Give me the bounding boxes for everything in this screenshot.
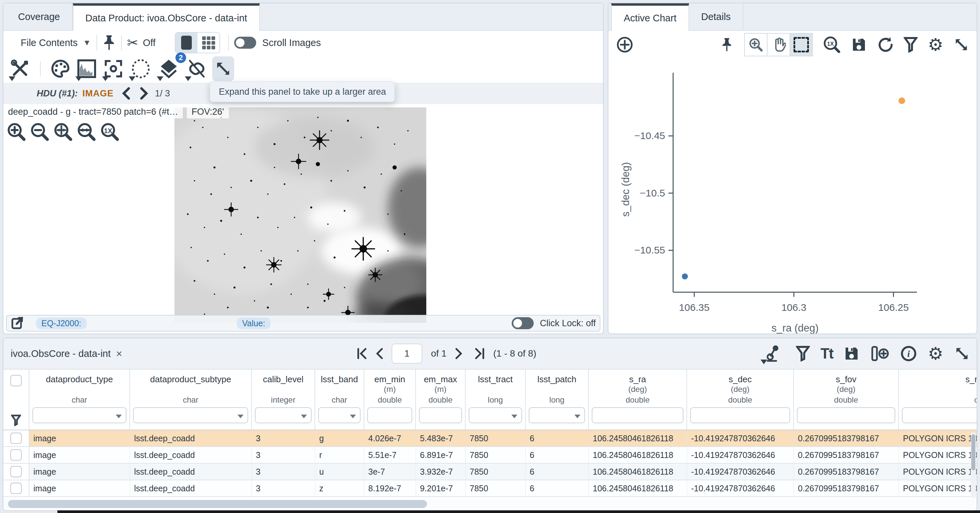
pin-button[interactable]	[102, 35, 116, 51]
page-number-input[interactable]: 1	[391, 344, 422, 363]
column-filter-select[interactable]	[318, 407, 361, 423]
tab-details[interactable]: Details	[689, 3, 743, 30]
column-header-dataproduct_type[interactable]: dataproduct_typechar	[29, 370, 130, 430]
column-header-dataproduct_subtype[interactable]: dataproduct_subtypechar	[130, 370, 252, 430]
column-filter-input[interactable]	[367, 407, 412, 423]
column-filter-select[interactable]	[255, 407, 312, 423]
column-header-s_dec[interactable]: s_dec(deg)double	[687, 370, 794, 430]
file-contents-menu[interactable]: File Contents ▼	[21, 37, 91, 48]
zoom-fill-button[interactable]	[76, 121, 97, 142]
row-checkbox[interactable]	[10, 483, 22, 494]
table-row[interactable]: imagelsst.deep_coadd3u3e-73.932e-7785061…	[3, 464, 977, 480]
expand-chart-button[interactable]	[953, 37, 969, 53]
pin-chart-button[interactable]	[721, 37, 733, 53]
tools-button[interactable]	[8, 56, 32, 81]
tab-coverage[interactable]: Coverage	[6, 3, 73, 30]
column-filter-input[interactable]	[419, 407, 462, 423]
chart-select-mode-button[interactable]	[789, 33, 813, 56]
add-column-button[interactable]	[870, 346, 889, 362]
column-header-lsst_tract[interactable]: lsst_tractlong	[466, 370, 526, 430]
single-view-button[interactable]	[175, 33, 197, 53]
zoom-in-button[interactable]	[6, 121, 27, 142]
layers-button[interactable]: 2	[156, 56, 181, 81]
column-filter-select[interactable]	[469, 407, 522, 423]
column-header-s_fov[interactable]: s_fov(deg)double	[794, 370, 899, 430]
crop-scissors-button[interactable]: ✂	[127, 35, 138, 50]
zoom-out-button[interactable]	[29, 121, 50, 142]
chart-settings-button[interactable]: ⚙	[928, 36, 943, 53]
column-filter-input[interactable]	[592, 407, 684, 423]
expand-panel-button[interactable]	[212, 56, 234, 81]
horizontal-scrollbar-thumb[interactable]	[8, 500, 427, 508]
column-header-lsst_band[interactable]: lsst_bandchar	[315, 370, 364, 430]
cell-em_max: 5.483e-7	[416, 430, 466, 446]
chart-zoom-original-button[interactable]: 1X	[823, 36, 841, 54]
expand-table-button[interactable]	[954, 346, 970, 362]
restore-chart-button[interactable]	[877, 37, 894, 53]
first-page-button[interactable]	[357, 348, 367, 359]
column-header-calib_level[interactable]: calib_levelinteger	[252, 370, 315, 430]
column-header-s_region[interactable]: s_regionchar	[899, 370, 977, 430]
vertical-scrollbar[interactable]	[970, 432, 976, 498]
close-table-icon[interactable]: ×	[116, 347, 123, 360]
zoom-1x-button[interactable]: 1X	[99, 121, 120, 142]
save-table-button[interactable]	[843, 346, 859, 362]
table-row[interactable]: imagelsst.deep_coadd3g4.026e-75.483e-778…	[3, 430, 977, 447]
zoom-fit-button[interactable]	[53, 121, 73, 142]
filter-chart-button[interactable]	[904, 37, 918, 53]
row-checkbox[interactable]	[10, 433, 22, 444]
column-type: double	[728, 395, 752, 406]
select-all-checkbox[interactable]	[10, 375, 22, 386]
firefly-app: Coverage Data Product: ivoa.ObsCore - da…	[0, 0, 980, 513]
last-page-button[interactable]	[475, 348, 485, 359]
table-settings-button[interactable]: ⚙	[928, 345, 943, 362]
data-inspector-button[interactable]	[762, 344, 785, 363]
column-filter-select[interactable]	[529, 407, 585, 423]
horizontal-scrollbar[interactable]	[3, 499, 977, 509]
chart-zoom-mode-button[interactable]	[744, 33, 767, 56]
astro-image[interactable]	[175, 107, 426, 323]
chart-pan-mode-button[interactable]	[767, 33, 790, 56]
text-view-button[interactable]: Tt	[821, 345, 833, 362]
scroll-images-toggle[interactable]	[234, 37, 256, 49]
column-filter-input[interactable]	[690, 407, 790, 423]
dropdown-caret	[75, 76, 82, 81]
column-header-s_ra[interactable]: s_ra(deg)double	[589, 370, 687, 430]
color-palette-button[interactable]	[49, 56, 72, 81]
recenter-button[interactable]	[102, 56, 126, 81]
row-checkbox[interactable]	[10, 449, 22, 460]
column-filter-input[interactable]	[797, 407, 895, 423]
grid-icon	[202, 37, 215, 49]
table-tab[interactable]: ivoa.ObsCore - data-int ×	[3, 347, 123, 360]
column-filter-select[interactable]	[32, 407, 126, 423]
grid-view-button[interactable]	[197, 33, 220, 53]
tab-data-product[interactable]: Data Product: ivoa.ObsCore - data-int	[73, 3, 260, 31]
filter-table-button[interactable]	[796, 346, 810, 362]
table-row[interactable]: imagelsst.deep_coadd3r5.51e-76.891e-7785…	[3, 447, 977, 464]
unlink-wcs-button[interactable]	[184, 56, 210, 81]
column-header-em_max[interactable]: em_max(m)double	[416, 370, 466, 430]
stretch-histogram-button[interactable]	[75, 56, 99, 81]
save-chart-button[interactable]	[851, 37, 867, 53]
column-filter-select[interactable]	[133, 407, 248, 423]
tab-active-chart[interactable]: Active Chart	[611, 3, 689, 31]
table-info-button[interactable]: i	[900, 345, 917, 362]
column-header-lsst_patch[interactable]: lsst_patchlong	[526, 370, 589, 430]
next-page-button[interactable]	[455, 348, 463, 359]
column-header-em_min[interactable]: em_min(m)double	[364, 370, 416, 430]
external-link-icon[interactable]	[11, 317, 24, 330]
scatter-chart[interactable]: 106.35106.3106.25−10.45−10.5−10.55s_ra (…	[608, 60, 977, 333]
file-contents-label: File Contents	[21, 37, 78, 48]
column-filter-input[interactable]	[902, 407, 977, 423]
row-checkbox[interactable]	[10, 466, 22, 477]
click-lock-toggle[interactable]	[512, 317, 534, 329]
region-select-button[interactable]	[128, 56, 153, 81]
chart-mode-group	[745, 33, 813, 56]
table-header-row: dataproduct_typechardataproduct_subtypec…	[3, 370, 977, 430]
table-row[interactable]: imagelsst.deep_coadd3z8.192e-79.201e-778…	[3, 480, 977, 497]
prev-page-button[interactable]	[375, 348, 383, 359]
vertical-scrollbar-thumb[interactable]	[971, 434, 975, 470]
data-product-panel: Coverage Data Product: ivoa.ObsCore - da…	[3, 3, 604, 334]
add-chart-button[interactable]	[616, 36, 634, 54]
table-pagination: 1 of 1 (1 - 8 of 8)	[357, 338, 536, 369]
